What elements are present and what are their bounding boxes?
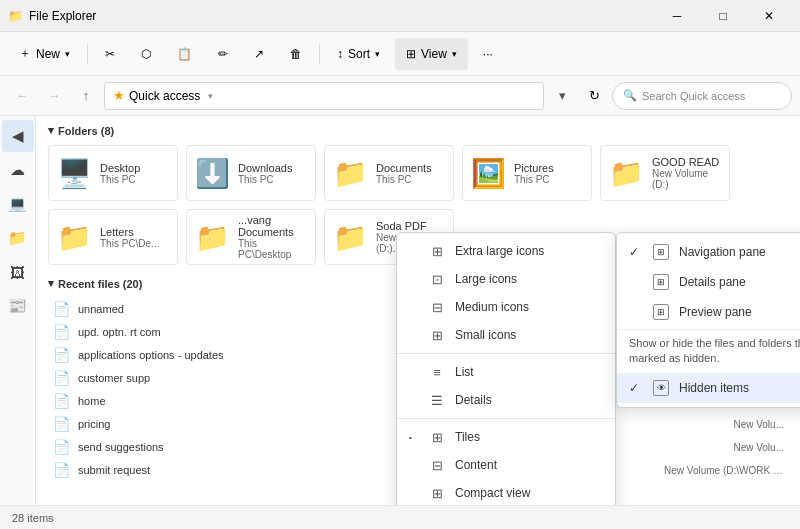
view-chevron-icon: ▾ [452, 49, 457, 59]
view-large-icons[interactable]: ⊡ Large icons [397, 265, 615, 293]
delete-button[interactable]: 🗑 [279, 38, 313, 70]
list-icon: ≡ [429, 364, 445, 380]
more-icon: ··· [483, 47, 493, 61]
compact-label: Compact view [455, 486, 530, 500]
folder-sub-good-read: New Volume (D:) [652, 168, 721, 190]
extra-large-icon: ⊞ [429, 243, 445, 259]
search-box[interactable]: 🔍 Search Quick access [612, 82, 792, 110]
folder-item-pictures[interactable]: 🖼️ Pictures This PC [462, 145, 592, 201]
view-dropdown[interactable]: ⊞ Extra large icons ⊡ Large icons ⊟ Medi… [396, 232, 616, 505]
details-pane-label: Details pane [679, 275, 746, 289]
view-button[interactable]: ⊞ View ▾ [395, 38, 468, 70]
paste-icon: 📋 [177, 47, 192, 61]
folder-info-letters: Letters This PC\De... [100, 226, 159, 249]
preview-pane-label: Preview pane [679, 305, 752, 319]
main-layout: ◀ ☁ 💻 📁 🖼 📰 ▾ Folders (8) 🖥️ Desktop Thi… [0, 116, 800, 505]
content-label: Content [455, 458, 497, 472]
rename-button[interactable]: ✏ [207, 38, 239, 70]
preview-pane-icon: ⊞ [653, 304, 669, 320]
refresh-button[interactable]: ↻ [580, 82, 608, 110]
folder-item-downloads[interactable]: ⬇️ Downloads This PC [186, 145, 316, 201]
view-extra-large-icons[interactable]: ⊞ Extra large icons [397, 237, 615, 265]
app-icon: 📁 [8, 9, 23, 23]
rename-icon: ✏ [218, 47, 228, 61]
folder-sub-vang-docs: This PC\Desktop [238, 238, 307, 260]
path-text: Quick access [129, 89, 200, 103]
view-small-icons[interactable]: ⊞ Small icons [397, 321, 615, 349]
up-button[interactable]: ↑ [72, 82, 100, 110]
separator-2 [319, 44, 320, 64]
folder-item-desktop[interactable]: 🖥️ Desktop This PC [48, 145, 178, 201]
copy-button[interactable]: ⬡ [130, 38, 162, 70]
maximize-button[interactable]: □ [700, 0, 746, 32]
extra-large-label: Extra large icons [455, 244, 544, 258]
share-button[interactable]: ↗ [243, 38, 275, 70]
hidden-items-label: Hidden items [679, 381, 749, 395]
new-chevron-icon: ▾ [65, 49, 70, 59]
nav-pane-label: Navigation pane [679, 245, 766, 259]
folder-name-good-read: GOOD READ [652, 156, 721, 168]
minimize-button[interactable]: ─ [654, 0, 700, 32]
folder-item-vang-docs[interactable]: 📁 ...vang Documents This PC\Desktop [186, 209, 316, 265]
bullet-tiles: • [409, 433, 419, 442]
details-pane-icon: ⊞ [653, 274, 669, 290]
submenu-preview-pane[interactable]: ⊞ Preview pane [617, 297, 800, 327]
submenu-navigation-pane[interactable]: ✓ ⊞ Navigation pane [617, 237, 800, 267]
folders-label: Folders (8) [58, 125, 114, 137]
folder-info-desktop: Desktop This PC [100, 162, 140, 185]
folder-item-letters[interactable]: 📁 Letters This PC\De... [48, 209, 178, 265]
folder-sub-documents: This PC [376, 174, 432, 185]
view-content[interactable]: ⊟ Content [397, 451, 615, 479]
folder-name-vang-docs: ...vang Documents [238, 214, 307, 238]
search-icon: 🔍 [623, 89, 637, 102]
folder-item-documents[interactable]: 📁 Documents This PC [324, 145, 454, 201]
view-label: View [421, 47, 447, 61]
paste-button[interactable]: 📋 [166, 38, 203, 70]
folder-sub-desktop: This PC [100, 174, 140, 185]
back-button[interactable]: ← [8, 82, 36, 110]
file-icon-5: 📄 [52, 416, 70, 432]
more-button[interactable]: ··· [472, 38, 504, 70]
file-icon-4: 📄 [52, 393, 70, 409]
sidebar-item-recent[interactable]: 📰 [2, 290, 34, 322]
hidden-items-tooltip: Show or hide the files and folders that … [617, 329, 800, 373]
file-location-7: New Volume (D:\WORK FROM HOME\IMAGES\Sod… [664, 465, 784, 476]
view-list[interactable]: ≡ List [397, 358, 615, 386]
folder-icon-letters: 📁 [57, 221, 92, 254]
submenu-hidden-items[interactable]: ✓ 👁 Hidden items [617, 373, 800, 403]
sidebar-item-folder[interactable]: 📁 [2, 222, 34, 254]
folder-name-letters: Letters [100, 226, 159, 238]
dropdown-button[interactable]: ▾ [548, 82, 576, 110]
folder-info-vang-docs: ...vang Documents This PC\Desktop [238, 214, 307, 260]
file-icon-0: 📄 [52, 301, 70, 317]
forward-button[interactable]: → [40, 82, 68, 110]
view-details[interactable]: ☰ Details [397, 386, 615, 414]
view-compact-view[interactable]: ⊞ Compact view [397, 479, 615, 505]
folder-sub-letters: This PC\De... [100, 238, 159, 249]
sidebar-item-cloud[interactable]: ☁ [2, 154, 34, 186]
folder-icon-soda-pdf: 📁 [333, 221, 368, 254]
file-location-5: New Volu... [664, 419, 784, 430]
folder-icon-pictures: 🖼️ [471, 157, 506, 190]
sort-button[interactable]: ↕ Sort ▾ [326, 38, 391, 70]
submenu-details-pane[interactable]: ⊞ Details pane [617, 267, 800, 297]
content-icon: ⊟ [429, 457, 445, 473]
address-path[interactable]: ★ Quick access ▾ [104, 82, 544, 110]
copy-icon: ⬡ [141, 47, 151, 61]
item-count: 28 items [12, 512, 54, 524]
show-submenu[interactable]: ✓ ⊞ Navigation pane ⊞ Details pane ⊞ Pre… [616, 232, 800, 408]
sidebar-item-collapse[interactable]: ◀ [2, 120, 34, 152]
cut-button[interactable]: ✂ [94, 38, 126, 70]
close-button[interactable]: ✕ [746, 0, 792, 32]
folder-name-downloads: Downloads [238, 162, 292, 174]
folder-item-good-read[interactable]: 📁 GOOD READ New Volume (D:) [600, 145, 730, 201]
view-tiles[interactable]: • ⊞ Tiles [397, 423, 615, 451]
content-area: ▾ Folders (8) 🖥️ Desktop This PC ⬇️ Down… [36, 116, 800, 505]
check-navigation-pane: ✓ [629, 245, 643, 259]
folder-info-documents: Documents This PC [376, 162, 432, 185]
sidebar-item-pc[interactable]: 💻 [2, 188, 34, 220]
new-button[interactable]: ＋ New ▾ [8, 38, 81, 70]
sidebar-item-pictures[interactable]: 🖼 [2, 256, 34, 288]
view-medium-icons[interactable]: ⊟ Medium icons [397, 293, 615, 321]
separator-view-2 [397, 418, 615, 419]
